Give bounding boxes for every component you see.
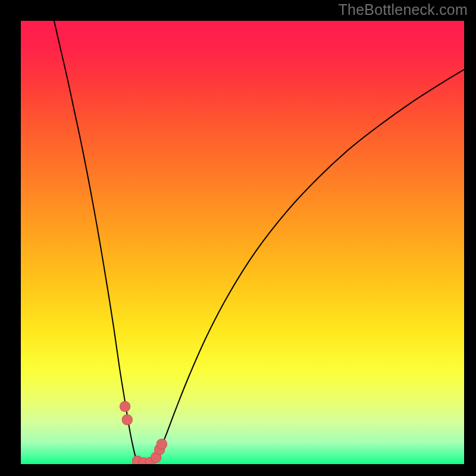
gradient-background [21,21,464,464]
plot-area [21,21,464,464]
m-left-upper [120,402,130,412]
plot-svg [21,21,464,464]
m-right-lower [156,439,167,449]
chart-frame: TheBottleneck.com [0,0,476,476]
m-left-lower [122,415,132,425]
watermark-text: TheBottleneck.com [339,1,468,18]
